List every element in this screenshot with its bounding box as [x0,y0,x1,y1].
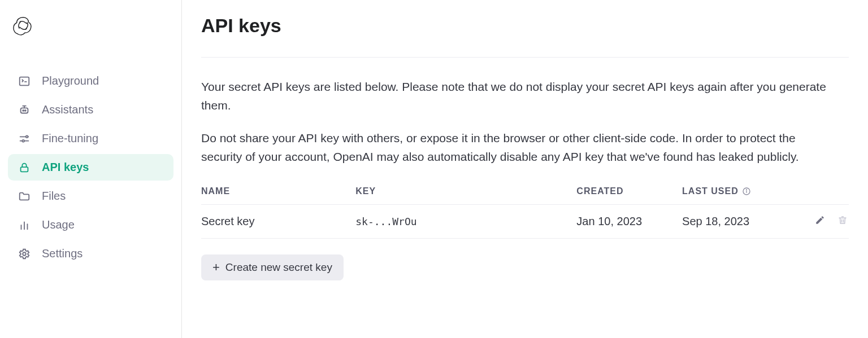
openai-logo-icon [12,15,169,36]
table-row: Secret key sk-...WrOu Jan 10, 2023 Sep 1… [201,205,849,239]
intro-paragraph-2: Do not share your API key with others, o… [201,129,834,166]
intro-paragraph-1: Your secret API keys are listed below. P… [201,78,834,115]
bar-chart-icon [17,219,32,231]
main-content: API keys Your secret API keys are listed… [182,0,868,338]
page-header: API keys [201,0,849,58]
sidebar: Playground Assistants Fine-tuning API ke… [0,0,182,338]
content: Your secret API keys are listed below. P… [201,58,849,280]
sliders-icon [17,133,32,145]
sidebar-item-label: Fine-tuning [42,132,98,145]
table-header-name: NAME [201,181,355,205]
edit-key-button[interactable] [814,216,826,228]
svg-point-4 [26,135,28,138]
table-header-last-used: LAST USED [682,181,798,205]
sidebar-item-playground[interactable]: Playground [8,68,173,94]
svg-rect-0 [20,77,29,85]
cell-last-used: Sep 18, 2023 [682,205,798,239]
sidebar-item-files[interactable]: Files [8,183,173,209]
sidebar-item-label: Usage [42,218,75,231]
sidebar-item-usage[interactable]: Usage [8,212,173,238]
robot-icon [17,104,32,116]
sidebar-item-fine-tuning[interactable]: Fine-tuning [8,125,173,152]
sidebar-item-label: Settings [42,247,83,260]
sidebar-item-label: Playground [42,74,99,87]
table-header-last-used-label: LAST USED [682,186,739,196]
cell-key: sk-...WrOu [355,216,416,227]
svg-point-2 [23,110,24,111]
cell-name: Secret key [201,205,355,239]
sidebar-item-label: Assistants [42,103,93,116]
create-button-label: Create new secret key [225,261,332,274]
sidebar-nav: Playground Assistants Fine-tuning API ke… [8,68,173,267]
sidebar-item-label: API keys [42,161,89,174]
sidebar-item-assistants[interactable]: Assistants [8,96,173,123]
table-header-key: KEY [355,181,576,205]
delete-key-button[interactable] [836,216,849,228]
svg-point-5 [22,139,24,142]
svg-point-9 [746,190,747,190]
app-logo [8,11,173,47]
svg-rect-6 [21,167,28,172]
cell-created: Jan 10, 2023 [576,205,682,239]
trash-icon [837,215,848,228]
table-header-created: CREATED [576,181,682,205]
folder-icon [17,190,32,203]
sidebar-item-settings[interactable]: Settings [8,240,173,267]
terminal-icon [17,75,32,87]
info-icon[interactable] [742,187,751,196]
svg-point-3 [25,110,26,111]
sidebar-item-label: Files [42,190,66,203]
sidebar-item-api-keys[interactable]: API keys [8,154,173,181]
api-keys-table: NAME KEY CREATED LAST USED [201,181,849,239]
create-secret-key-button[interactable]: + Create new secret key [201,254,344,280]
lock-icon [17,161,32,174]
page-title: API keys [201,15,849,37]
svg-point-7 [23,252,26,256]
table-header-actions [798,181,849,205]
pencil-icon [815,215,825,228]
gear-icon [17,248,32,260]
